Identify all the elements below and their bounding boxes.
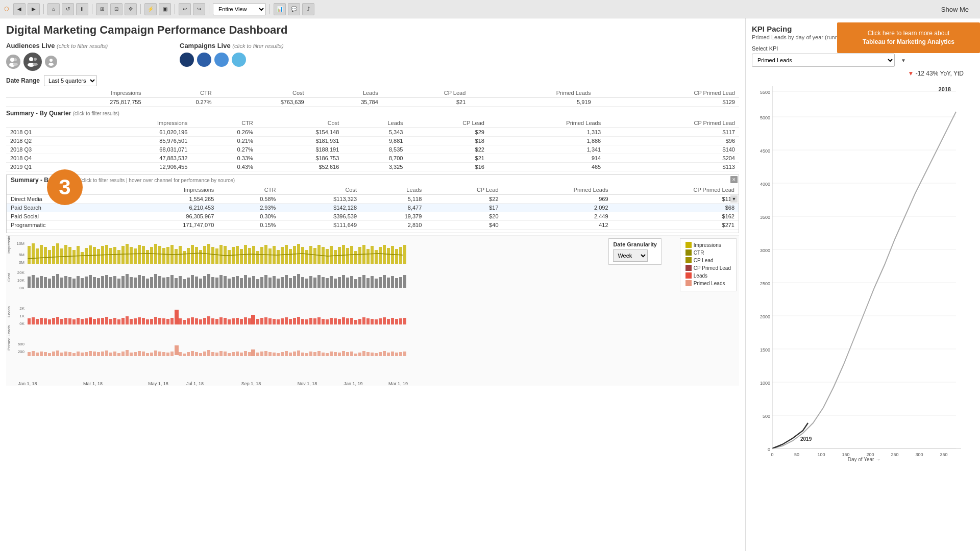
- svg-rect-62: [224, 246, 227, 264]
- campaign-dots[interactable]: [180, 53, 353, 67]
- svg-rect-264: [248, 318, 251, 324]
- svg-rect-298: [391, 318, 394, 324]
- svg-rect-114: [40, 276, 43, 288]
- svg-rect-201: [395, 278, 398, 288]
- cta-button[interactable]: Click here to learn more about Tableau f…: [837, 22, 980, 53]
- svg-rect-276: [301, 319, 304, 324]
- view-dropdown[interactable]: Entire View: [213, 3, 266, 15]
- campaign-dot-1[interactable]: [180, 53, 194, 67]
- filter-button[interactable]: ▣: [159, 3, 171, 15]
- kpi-dropdown[interactable]: Primed Leads Leads CP Lead CP Primed Lea…: [752, 54, 895, 67]
- home-button[interactable]: ⌂: [47, 3, 60, 15]
- zoom-button[interactable]: ⊞: [96, 3, 108, 15]
- svg-rect-194: [366, 278, 370, 288]
- svg-rect-372: [301, 353, 304, 356]
- svg-text:20K: 20K: [17, 270, 25, 275]
- separator-3: [140, 4, 141, 14]
- svg-rect-273: [289, 319, 292, 324]
- svg-point-9: [48, 63, 54, 66]
- audience-icon-2[interactable]: [23, 53, 42, 71]
- svg-text:2000: 2000: [760, 314, 770, 319]
- svg-rect-21: [56, 243, 59, 264]
- svg-rect-147: [175, 278, 178, 288]
- charts-area: Date Granularity Week Day Month Quarter …: [6, 235, 739, 386]
- refresh-button[interactable]: ↺: [62, 3, 74, 15]
- svg-rect-365: [273, 353, 276, 356]
- campaign-dot-2[interactable]: [197, 53, 211, 67]
- legend-color-primedleads: [685, 280, 692, 286]
- separator-2: [92, 4, 92, 14]
- date-granularity-box: Date Granularity Week Day Month Quarter: [608, 238, 662, 265]
- svg-rect-316: [72, 353, 76, 356]
- svg-rect-278: [309, 318, 312, 324]
- svg-rect-126: [89, 275, 92, 288]
- main-content: Digital Marketing Campaign Performance D…: [0, 18, 980, 551]
- svg-rect-383: [346, 352, 349, 356]
- forward-button[interactable]: ▶: [28, 3, 40, 15]
- date-granularity-select[interactable]: Week Day Month Quarter: [613, 249, 648, 262]
- svg-rect-235: [130, 319, 133, 324]
- col-header-cost: Cost: [216, 88, 308, 98]
- highlight-button[interactable]: ⚡: [144, 3, 157, 15]
- svg-rect-297: [387, 319, 390, 324]
- svg-rect-331: [134, 352, 137, 356]
- pan-button[interactable]: ✥: [125, 3, 137, 15]
- svg-rect-367: [281, 352, 284, 356]
- svg-rect-243: [162, 318, 165, 324]
- svg-rect-391: [379, 352, 382, 356]
- channel-close-button[interactable]: ✕: [730, 176, 738, 183]
- svg-rect-315: [68, 352, 71, 356]
- svg-text:0: 0: [768, 447, 770, 452]
- svg-rect-346: [195, 352, 198, 356]
- svg-rect-138: [138, 275, 141, 288]
- redo-button[interactable]: ↪: [193, 3, 205, 15]
- campaign-dot-3[interactable]: [214, 53, 229, 67]
- svg-rect-236: [134, 318, 137, 324]
- svg-rect-104: [395, 249, 398, 264]
- svg-text:Day of Year →: Day of Year →: [848, 457, 880, 462]
- svg-rect-270: [277, 319, 280, 324]
- svg-rect-41: [138, 245, 141, 264]
- svg-rect-233: [121, 318, 125, 324]
- svg-rect-71: [260, 247, 263, 264]
- svg-text:10M: 10M: [16, 241, 24, 246]
- audience-icons[interactable]: [6, 53, 169, 71]
- tooltip-button[interactable]: 💬: [288, 3, 300, 15]
- svg-rect-208: [28, 318, 31, 324]
- campaign-dot-4[interactable]: [232, 53, 246, 67]
- svg-rect-282: [326, 319, 329, 324]
- chart-type-button[interactable]: 📊: [274, 3, 286, 15]
- svg-rect-140: [146, 279, 149, 288]
- svg-rect-242: [158, 318, 161, 324]
- legend-primedleads: Primed Leads: [685, 280, 731, 286]
- overall-row: 275,817,755 0.27% $763,639 35,784 $21 5,…: [6, 98, 739, 107]
- share-button[interactable]: ⤴: [302, 3, 314, 15]
- yoy-arrow-icon: ▼: [908, 70, 914, 77]
- svg-rect-141: [150, 277, 153, 288]
- channel-scroll-down[interactable]: ▼: [730, 195, 738, 203]
- svg-rect-144: [162, 278, 165, 288]
- date-range-dropdown[interactable]: Last 5 quarters: [44, 75, 97, 86]
- audience-icon-3[interactable]: [45, 56, 57, 68]
- back-button[interactable]: ◀: [13, 3, 26, 15]
- chart-legend: Impressions CTR CP Lead CP Primed Lead L…: [680, 238, 737, 291]
- q-col-cost: Cost: [257, 118, 343, 128]
- svg-rect-397: [403, 352, 406, 356]
- undo-button[interactable]: ↩: [179, 3, 191, 15]
- svg-rect-53: [187, 248, 190, 264]
- svg-rect-24: [68, 247, 71, 264]
- svg-rect-266: [260, 318, 263, 324]
- quarter-summary-table: Impressions CTR Cost Leads CP Lead Prime…: [6, 118, 739, 171]
- select-button[interactable]: ⊡: [110, 3, 122, 15]
- svg-rect-142: [154, 274, 157, 288]
- svg-rect-106: [403, 245, 406, 264]
- pause-button[interactable]: ⏸: [76, 3, 88, 15]
- svg-rect-14: [28, 246, 31, 264]
- svg-rect-386: [358, 353, 361, 356]
- show-me-button[interactable]: Show Me: [934, 2, 976, 16]
- audience-icon-1[interactable]: [6, 55, 20, 69]
- svg-rect-334: [146, 353, 149, 356]
- svg-rect-263: [244, 317, 247, 324]
- svg-rect-354: [228, 353, 231, 356]
- leads-bars: [28, 310, 406, 324]
